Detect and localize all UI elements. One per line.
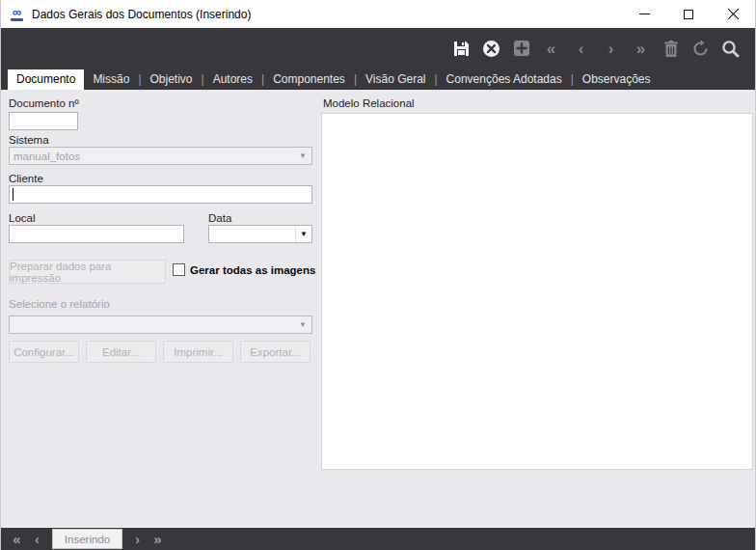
tab-objetivo[interactable]: Objetivo — [142, 69, 202, 90]
refresh-icon[interactable] — [686, 33, 716, 64]
window-controls — [622, 0, 755, 28]
status-bar: « ‹ Inserindo › » — [1, 528, 755, 550]
tab-bar: Documento Missão | Objetivo | Autores | … — [1, 69, 755, 90]
maximize-icon[interactable] — [666, 0, 711, 28]
tab-observacoes[interactable]: Observações — [574, 69, 660, 90]
documento-numero-input[interactable] — [9, 112, 78, 130]
delete-icon[interactable] — [656, 33, 686, 64]
chevron-down-icon: ▼ — [300, 230, 308, 238]
documento-tab-panel: Documento nº Sistema manual_fotos ▼ Clie… — [1, 90, 755, 528]
first-record-icon[interactable]: « — [7, 531, 27, 547]
cliente-input[interactable] — [9, 185, 312, 204]
app-window: ∞ Dados Gerais dos Documentos (Inserindo… — [0, 0, 756, 550]
documento-numero-label: Documento nº — [9, 97, 79, 109]
imprimir-button[interactable]: Imprimir... — [163, 341, 233, 363]
gerar-imagens-checkbox[interactable] — [173, 263, 185, 276]
previous-record-icon[interactable]: ‹ — [27, 531, 47, 547]
sistema-label: Sistema — [9, 134, 49, 146]
next-record-icon[interactable]: › — [596, 33, 626, 64]
window-title: Dados Gerais dos Documentos (Inserindo) — [32, 8, 251, 21]
text-caret — [13, 188, 14, 201]
configurar-button[interactable]: Configurar... — [9, 341, 79, 363]
next-record-icon[interactable]: › — [127, 531, 148, 547]
save-icon[interactable] — [446, 33, 476, 64]
first-record-icon[interactable]: « — [536, 33, 566, 64]
local-input[interactable] — [9, 225, 184, 243]
relatorio-label: Selecione o relatório — [9, 298, 110, 310]
data-dropdown[interactable]: ▼ — [208, 225, 312, 243]
record-mode-indicator: Inserindo — [52, 529, 122, 549]
tab-documento[interactable]: Documento — [8, 69, 84, 90]
preparar-impressao-button[interactable]: Preparar dados para impressão — [9, 260, 166, 284]
cliente-label: Cliente — [9, 173, 43, 184]
tab-componentes[interactable]: Componentes — [264, 69, 354, 90]
previous-record-icon[interactable]: ‹ — [566, 33, 596, 64]
modelo-relacional-panel[interactable] — [321, 113, 753, 470]
sistema-value: manual_fotos — [10, 151, 299, 162]
local-label: Local — [9, 212, 36, 224]
titlebar: ∞ Dados Gerais dos Documentos (Inserindo… — [1, 0, 755, 28]
relatorio-dropdown: ▼ — [9, 316, 312, 334]
tab-missao[interactable]: Missão — [84, 69, 138, 90]
close-icon[interactable] — [711, 0, 755, 28]
tab-visao-geral[interactable]: Visão Geral — [357, 69, 434, 90]
search-icon[interactable] — [716, 33, 745, 64]
app-logo-icon: ∞ — [9, 6, 25, 22]
last-record-icon[interactable]: » — [148, 531, 168, 547]
add-icon[interactable] — [506, 33, 536, 64]
toolbar: « ‹ › » — [1, 28, 755, 69]
last-record-icon[interactable]: » — [626, 33, 656, 64]
data-label: Data — [208, 212, 231, 224]
modelo-relacional-label: Modelo Relacional — [323, 97, 415, 109]
data-dropdown-button[interactable]: ▼ — [295, 226, 311, 242]
chevron-down-icon: ▼ — [299, 151, 311, 160]
gerar-imagens-label: Gerar todas as imagens — [190, 264, 315, 276]
minimize-icon[interactable] — [622, 0, 666, 28]
chevron-down-icon: ▼ — [299, 320, 311, 329]
sistema-dropdown: manual_fotos ▼ — [9, 147, 312, 165]
editar-button[interactable]: Editar... — [86, 341, 156, 363]
cancel-icon[interactable] — [476, 33, 506, 64]
tab-autores[interactable]: Autores — [204, 69, 261, 90]
exportar-button[interactable]: Exportar... — [240, 341, 310, 363]
tab-convencoes-adotadas[interactable]: Convenções Adotadas — [438, 69, 571, 90]
